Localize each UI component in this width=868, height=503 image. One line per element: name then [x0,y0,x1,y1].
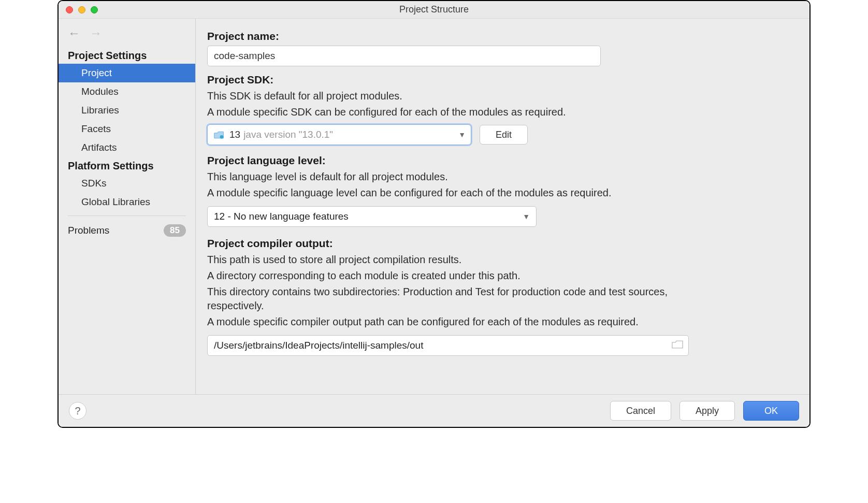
output-desc-3: This directory contains two subdirectori… [207,285,704,313]
sidebar-item-sdks[interactable]: SDKs [59,174,195,193]
back-arrow-icon[interactable]: ← [68,27,80,39]
language-level-label: Project language level: [207,154,796,167]
compiler-output-input[interactable]: /Users/jetbrains/IdeaProjects/intellij-s… [207,335,689,356]
project-name-value: code-samples [214,50,275,62]
browse-folder-icon[interactable] [672,340,683,352]
sdk-value-main: 13 [229,129,240,140]
section-header-platform-settings: Platform Settings [59,157,195,174]
sdk-folder-icon [214,131,224,139]
svg-point-0 [220,135,224,139]
output-desc-2: A directory corresponding to each module… [207,269,704,283]
sidebar-divider [68,215,186,216]
output-desc-4: A module specific compiler output path c… [207,315,704,329]
problems-label: Problems [68,225,109,236]
lang-desc-2: A module specific language level can be … [207,186,704,200]
project-name-input[interactable]: code-samples [207,46,601,66]
chevron-down-icon: ▼ [523,212,530,221]
problems-count-badge: 85 [164,224,186,237]
section-header-project-settings: Project Settings [59,47,195,64]
language-level-value: 12 - No new language features [214,211,349,222]
project-structure-dialog: Project Structure ← → Project Settings P… [57,0,811,428]
help-button[interactable]: ? [69,402,86,420]
edit-sdk-button[interactable]: Edit [480,125,528,145]
dialog-footer: ? Cancel Apply OK [59,395,809,427]
sdk-desc-1: This SDK is default for all project modu… [207,89,704,103]
zoom-window-button[interactable] [91,6,98,13]
project-sdk-select[interactable]: 13 java version "13.0.1" ▼ [207,124,471,145]
sidebar-item-artifacts[interactable]: Artifacts [59,138,195,157]
chevron-down-icon: ▼ [458,131,466,139]
nav-arrows: ← → [59,22,195,47]
sidebar-item-project[interactable]: Project [59,64,195,82]
sidebar-item-modules[interactable]: Modules [59,82,195,101]
main-panel: Project name: code-samples Project SDK: … [196,19,809,394]
sidebar-item-problems[interactable]: Problems 85 [59,220,195,241]
window-controls [66,6,98,13]
sidebar-item-libraries[interactable]: Libraries [59,101,195,120]
sidebar-item-global-libraries[interactable]: Global Libraries [59,193,195,211]
forward-arrow-icon[interactable]: → [90,27,102,39]
compiler-output-label: Project compiler output: [207,237,796,250]
apply-button[interactable]: Apply [679,401,735,421]
titlebar: Project Structure [59,1,809,19]
output-desc-1: This path is used to store all project c… [207,253,704,267]
project-sdk-label: Project SDK: [207,74,796,86]
minimize-window-button[interactable] [78,6,85,13]
sidebar-item-facets[interactable]: Facets [59,120,195,138]
compiler-output-value: /Users/jetbrains/IdeaProjects/intellij-s… [214,340,423,351]
sidebar: ← → Project Settings Project Modules Lib… [59,19,196,394]
sdk-desc-2: A module specific SDK can be configured … [207,105,704,119]
project-name-label: Project name: [207,30,796,42]
sdk-value-extra: java version "13.0.1" [243,129,333,140]
lang-desc-1: This language level is default for all p… [207,170,704,184]
window-title: Project Structure [59,4,809,15]
ok-button[interactable]: OK [743,401,799,421]
close-window-button[interactable] [66,6,73,13]
dialog-body: ← → Project Settings Project Modules Lib… [59,19,809,395]
cancel-button[interactable]: Cancel [610,401,671,421]
language-level-select[interactable]: 12 - No new language features ▼ [207,206,537,227]
